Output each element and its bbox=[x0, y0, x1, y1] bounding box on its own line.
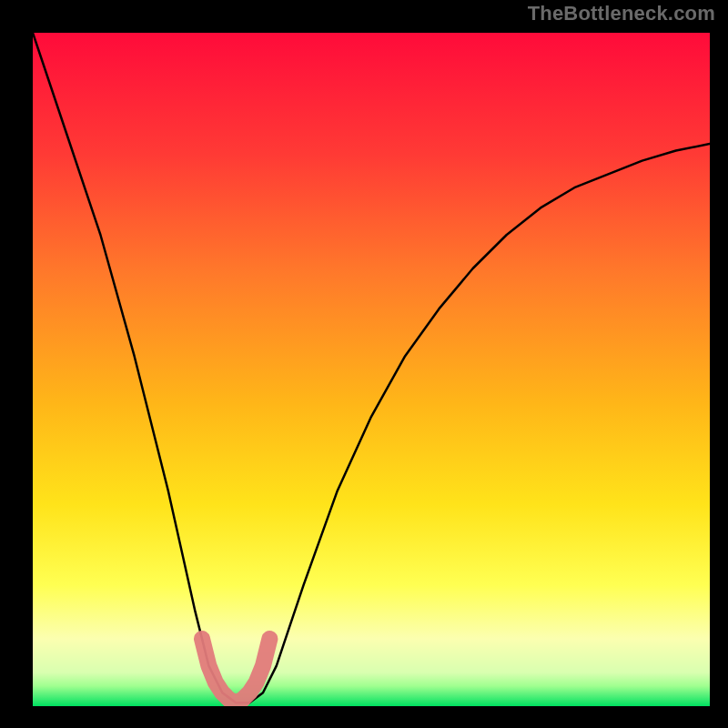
watermark-text: TheBottleneck.com bbox=[528, 4, 715, 24]
gradient-background bbox=[33, 33, 710, 706]
chart-svg bbox=[33, 33, 710, 706]
plot-area bbox=[33, 33, 710, 706]
chart-container: TheBottleneck.com bbox=[0, 0, 728, 728]
